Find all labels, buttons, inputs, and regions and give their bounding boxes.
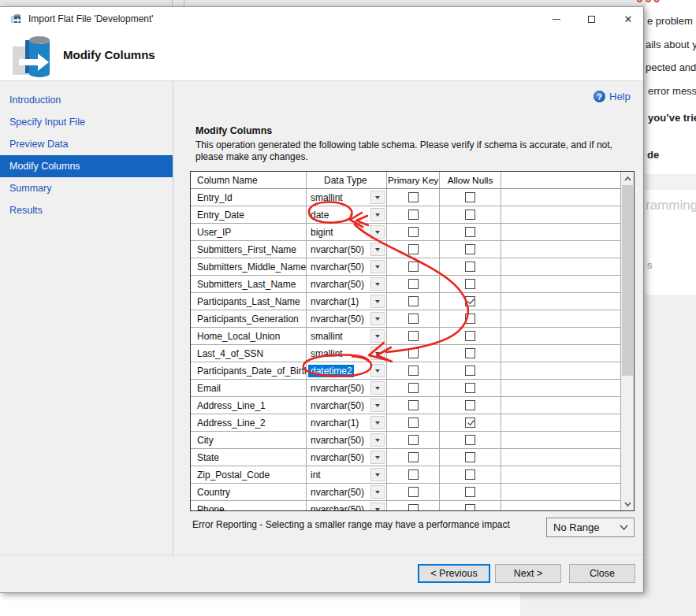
column-name-cell[interactable]: Participants_Generation: [191, 310, 307, 327]
column-name-cell[interactable]: Country: [191, 484, 307, 500]
data-type-cell[interactable]: smallint: [307, 189, 387, 206]
dropdown-arrow-icon[interactable]: [370, 485, 385, 499]
sidebar-item-introduction[interactable]: Introduction: [0, 89, 173, 111]
primary-key-checkbox[interactable]: [408, 331, 419, 341]
sidebar-item-specify-input-file[interactable]: Specify Input File: [0, 111, 173, 133]
allow-nulls-checkbox[interactable]: [465, 435, 475, 445]
dropdown-arrow-icon[interactable]: [370, 312, 385, 325]
minimize-button[interactable]: [542, 10, 571, 28]
maximize-button[interactable]: [577, 10, 605, 28]
primary-key-checkbox[interactable]: [408, 244, 419, 254]
column-name-cell[interactable]: Submitters_Middle_Name: [191, 258, 307, 275]
column-name-cell[interactable]: Participants_Last_Name: [191, 293, 307, 310]
column-name-cell[interactable]: Last_4_of_SSN: [191, 345, 307, 362]
allow-nulls-checkbox[interactable]: [465, 262, 475, 272]
column-name-cell[interactable]: State: [191, 449, 307, 466]
primary-key-checkbox[interactable]: [408, 435, 419, 445]
data-type-cell[interactable]: nvarchar(50): [307, 484, 387, 500]
sidebar-item-preview-data[interactable]: Preview Data: [0, 133, 173, 155]
dropdown-arrow-icon[interactable]: [370, 347, 385, 360]
allow-nulls-checkbox[interactable]: [465, 348, 475, 358]
data-type-cell[interactable]: nvarchar(1): [307, 293, 387, 310]
column-name-cell[interactable]: Address_Line_2: [191, 414, 307, 431]
dropdown-arrow-icon[interactable]: [370, 208, 385, 221]
primary-key-checkbox[interactable]: [408, 487, 419, 497]
column-name-cell[interactable]: Email: [191, 380, 307, 396]
allow-nulls-checkbox[interactable]: [465, 244, 475, 254]
allow-nulls-checkbox[interactable]: [465, 452, 475, 462]
sidebar-item-summary[interactable]: Summary: [0, 177, 173, 199]
primary-key-checkbox[interactable]: [408, 296, 419, 306]
allow-nulls-checkbox-checked[interactable]: [465, 296, 475, 306]
dropdown-arrow-icon[interactable]: [370, 416, 385, 429]
primary-key-checkbox[interactable]: [408, 383, 419, 393]
dropdown-arrow-icon[interactable]: [370, 295, 385, 308]
scroll-up-icon[interactable]: [621, 172, 634, 185]
dropdown-arrow-icon[interactable]: [370, 364, 385, 377]
close-dialog-button[interactable]: Close: [569, 564, 635, 583]
primary-key-checkbox[interactable]: [408, 417, 419, 428]
primary-key-checkbox[interactable]: [408, 314, 419, 324]
column-name-cell[interactable]: Submitters_First_Name: [191, 241, 307, 258]
column-name-cell[interactable]: City: [191, 432, 307, 448]
column-name-cell[interactable]: Zip_Postal_Code: [191, 466, 307, 483]
data-type-cell[interactable]: nvarchar(50): [307, 380, 387, 396]
allow-nulls-checkbox[interactable]: [465, 314, 475, 324]
next-button[interactable]: Next >: [495, 564, 561, 583]
sidebar-item-modify-columns[interactable]: Modify Columns: [0, 155, 173, 177]
dropdown-arrow-icon[interactable]: [370, 451, 385, 464]
data-type-cell[interactable]: bigint: [307, 224, 387, 240]
allow-nulls-checkbox[interactable]: [465, 279, 475, 289]
column-name-cell[interactable]: Entry_Date: [191, 206, 307, 223]
primary-key-checkbox[interactable]: [408, 400, 419, 410]
data-type-cell[interactable]: nvarchar(50): [307, 310, 387, 327]
column-name-cell[interactable]: Submitters_Last_Name: [191, 276, 307, 292]
dropdown-arrow-icon[interactable]: [370, 329, 385, 343]
data-type-cell[interactable]: nvarchar(50): [307, 449, 387, 466]
sidebar-item-results[interactable]: Results: [0, 199, 173, 221]
dropdown-arrow-icon[interactable]: [370, 260, 385, 273]
dropdown-arrow-icon[interactable]: [370, 225, 385, 239]
dropdown-arrow-icon[interactable]: [370, 468, 385, 481]
allow-nulls-checkbox[interactable]: [465, 383, 475, 393]
allow-nulls-checkbox[interactable]: [465, 469, 475, 480]
column-name-cell[interactable]: Participants_Date_of_Birth: [191, 362, 307, 379]
primary-key-checkbox[interactable]: [408, 348, 419, 358]
column-name-cell[interactable]: Address_Line_1: [191, 397, 307, 414]
previous-button[interactable]: < Previous: [418, 564, 490, 583]
column-name-cell[interactable]: Home_Local_Union: [191, 328, 307, 344]
scroll-down-icon[interactable]: [621, 497, 634, 510]
data-type-cell[interactable]: smallint: [307, 328, 387, 344]
primary-key-checkbox[interactable]: [408, 504, 419, 511]
data-type-cell[interactable]: nvarchar(50): [307, 501, 387, 511]
dropdown-arrow-icon[interactable]: [370, 433, 385, 447]
allow-nulls-checkbox[interactable]: [465, 331, 475, 341]
column-name-cell[interactable]: Phone: [191, 501, 307, 511]
help-link[interactable]: ? Help: [594, 91, 631, 102]
dropdown-arrow-icon[interactable]: [370, 277, 385, 291]
primary-key-checkbox[interactable]: [408, 227, 419, 237]
dropdown-arrow-icon[interactable]: [370, 503, 385, 511]
error-range-select[interactable]: No Range: [546, 518, 635, 537]
primary-key-checkbox[interactable]: [408, 262, 419, 272]
primary-key-checkbox[interactable]: [408, 469, 419, 480]
primary-key-checkbox[interactable]: [408, 192, 419, 202]
data-type-cell[interactable]: smallint: [307, 345, 387, 362]
dropdown-arrow-icon[interactable]: [370, 399, 385, 412]
primary-key-checkbox[interactable]: [408, 452, 419, 462]
primary-key-checkbox[interactable]: [408, 366, 419, 376]
scrollbar-thumb[interactable]: [622, 185, 633, 376]
allow-nulls-checkbox[interactable]: [465, 192, 475, 202]
allow-nulls-checkbox[interactable]: [465, 504, 475, 511]
data-type-cell[interactable]: datetime2: [307, 362, 387, 379]
allow-nulls-checkbox[interactable]: [465, 400, 475, 410]
primary-key-checkbox[interactable]: [408, 279, 419, 289]
column-name-cell[interactable]: Entry_Id: [191, 189, 307, 206]
allow-nulls-checkbox[interactable]: [465, 366, 475, 376]
allow-nulls-checkbox-checked[interactable]: [465, 417, 475, 428]
data-type-cell[interactable]: nvarchar(1): [307, 414, 387, 431]
column-name-cell[interactable]: User_IP: [191, 224, 307, 240]
allow-nulls-checkbox[interactable]: [465, 487, 475, 497]
table-scrollbar[interactable]: [621, 172, 634, 510]
dropdown-arrow-icon[interactable]: [370, 243, 385, 256]
